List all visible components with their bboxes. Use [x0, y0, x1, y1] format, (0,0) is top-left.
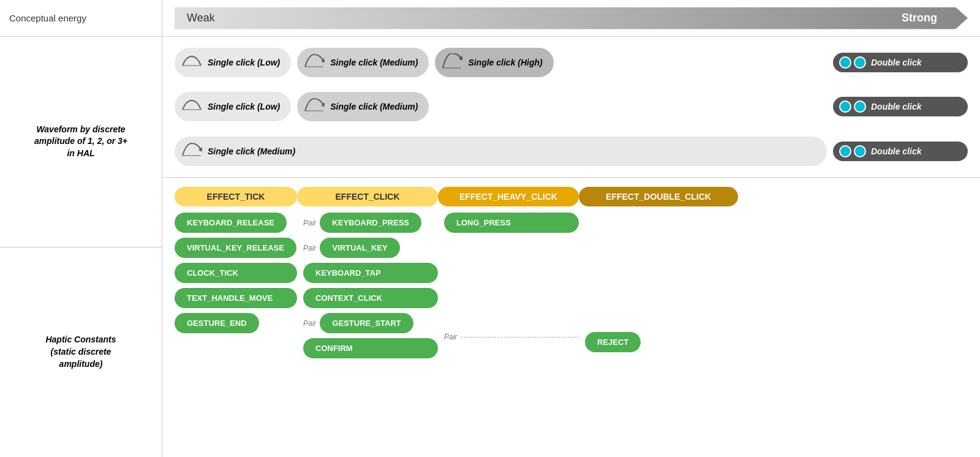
double-click-label-2: Double click [871, 102, 921, 111]
keyboard-release-row: KEYBOARD_RELEASE [175, 213, 297, 233]
haptic-section: EFFECT_TICK EFFECT_CLICK EFFECT_HEAVY_CL… [162, 178, 980, 457]
dot-3-right [854, 145, 866, 157]
single-click-low-label-1: Single click (Low) [208, 58, 280, 67]
waveform-row-2: Single click (Low) Single click (Medium) [175, 87, 968, 126]
effect-tick-cell: EFFECT_TICK [175, 187, 297, 206]
effect-heavy-label[interactable]: EFFECT_HEAVY_CLICK [438, 187, 579, 206]
single-click-medium-label-3: Single click (Medium) [208, 146, 295, 156]
virtual-key-row: Pair VIRTUAL_KEY [303, 238, 438, 258]
spacer-1 [444, 238, 579, 243]
dot-1-right [854, 56, 866, 69]
energy-bar-row: Weak Strong [162, 0, 980, 37]
effect-click-cell: EFFECT_CLICK [297, 187, 438, 206]
double-click-pill-2[interactable]: Double click [833, 97, 968, 116]
haptic-col-1: KEYBOARD_RELEASE VIRTUAL_KEY_RELEASE CLO… [175, 213, 297, 333]
main-container: Conceptual energy Waveform by discrete a… [0, 0, 980, 457]
waveform-label: Waveform by discrete amplitude of 1, 2, … [34, 124, 127, 160]
single-click-low-2[interactable]: Single click (Low) [175, 92, 291, 121]
effect-heavy-cell: EFFECT_HEAVY_CLICK [438, 187, 579, 206]
effect-double-cell: EFFECT_DOUBLE_CLICK [579, 187, 738, 206]
confirm-btn[interactable]: CONFIRM [303, 338, 438, 358]
conceptual-energy-text: Conceptual energy [9, 13, 86, 23]
haptic-col-4: REJECT [579, 213, 738, 352]
waveform-row-1: Single click (Low) Single click (Medium) [175, 43, 968, 82]
medium-wave-icon-2 [303, 96, 325, 118]
keyboard-press-row: Pair KEYBOARD_PRESS [303, 213, 438, 233]
single-click-low-1[interactable]: Single click (Low) [175, 48, 291, 77]
energy-weak-label: Weak [187, 12, 215, 25]
energy-arrow: Weak Strong [175, 7, 968, 29]
double-click-label-3: Double click [871, 146, 921, 156]
effect-double-label[interactable]: EFFECT_DOUBLE_CLICK [579, 187, 738, 206]
confirm-dashed-line [461, 337, 579, 338]
long-press-btn[interactable]: LONG_PRESS [444, 213, 579, 233]
haptic-col-3: LONG_PRESS Pair [438, 213, 579, 341]
single-click-medium-3-large[interactable]: Single click (Medium) [175, 137, 827, 166]
gesture-start-btn[interactable]: GESTURE_START [320, 313, 413, 333]
reject-btn[interactable]: REJECT [585, 332, 641, 352]
clock-tick-btn[interactable]: CLOCK_TICK [175, 263, 297, 283]
context-click-btn[interactable]: CONTEXT_CLICK [303, 288, 438, 308]
low-wave-icon-2 [181, 96, 203, 118]
haptic-label-cell: Haptic Constants (static discrete amplit… [0, 247, 162, 458]
dot-2-left [839, 100, 851, 113]
energy-strong-label: Strong [902, 12, 956, 25]
high-wave-icon-1 [441, 51, 463, 74]
single-click-medium-label-2: Single click (Medium) [330, 102, 418, 111]
conceptual-energy-label: Conceptual energy [0, 0, 162, 37]
single-click-high-label-1: Single click (High) [468, 58, 542, 67]
haptic-label: Haptic Constants (static discrete amplit… [45, 334, 116, 370]
dot-2-right [854, 100, 866, 113]
spacer-2 [444, 247, 579, 270]
single-click-medium-label-1: Single click (Medium) [330, 58, 418, 67]
double-dots-2 [839, 100, 866, 113]
reject-wrapper: REJECT [585, 332, 738, 352]
medium-wave-icon-1 [303, 51, 325, 74]
keyboard-press-btn[interactable]: KEYBOARD_PRESS [320, 213, 421, 233]
keyboard-tap-btn[interactable]: KEYBOARD_TAP [303, 263, 438, 283]
virtual-key-btn[interactable]: VIRTUAL_KEY [320, 238, 399, 258]
haptic-buttons-grid: KEYBOARD_RELEASE VIRTUAL_KEY_RELEASE CLO… [175, 213, 968, 448]
pair-label-keyboard: Pair [303, 219, 316, 227]
double-click-label-1: Double click [871, 58, 921, 67]
gesture-end-row: GESTURE_END [175, 313, 297, 333]
low-wave-icon-1 [181, 51, 203, 74]
double-dots-1 [839, 56, 866, 69]
pair-label-virtual: Pair [303, 244, 316, 252]
waveform-label-cell: Waveform by discrete amplitude of 1, 2, … [0, 37, 162, 247]
effect-click-label[interactable]: EFFECT_CLICK [297, 187, 438, 206]
dot-3-left [839, 145, 851, 157]
right-column: Weak Strong Single click (Low) [162, 0, 980, 457]
haptic-col-2: Pair KEYBOARD_PRESS Pair VIRTUAL_KEY KEY… [297, 213, 438, 358]
spacer-3 [444, 275, 579, 298]
pair-label-gesture: Pair [303, 319, 316, 328]
waveform-section: Single click (Low) Single click (Medium) [162, 37, 980, 178]
waveform-row-3: Single click (Medium) Double click [175, 132, 968, 171]
double-dots-3 [839, 145, 866, 157]
spacer-4 [444, 303, 579, 325]
gesture-start-row: Pair GESTURE_START [303, 313, 438, 333]
double-click-pill-3[interactable]: Double click [833, 142, 968, 161]
left-column: Conceptual energy Waveform by discrete a… [0, 0, 162, 457]
single-click-medium-1[interactable]: Single click (Medium) [297, 48, 429, 77]
single-click-high-1[interactable]: Single click (High) [435, 48, 553, 77]
single-click-medium-2[interactable]: Single click (Medium) [297, 92, 429, 121]
effect-labels-row: EFFECT_TICK EFFECT_CLICK EFFECT_HEAVY_CL… [175, 187, 968, 206]
confirm-pair-row: Pair [444, 333, 579, 341]
double-click-pill-1[interactable]: Double click [833, 53, 968, 72]
medium-wave-icon-3 [181, 140, 203, 162]
virtual-key-release-btn[interactable]: VIRTUAL_KEY_RELEASE [175, 238, 296, 258]
keyboard-release-btn[interactable]: KEYBOARD_RELEASE [175, 213, 287, 233]
effect-tick-label[interactable]: EFFECT_TICK [175, 187, 297, 206]
text-handle-move-btn[interactable]: TEXT_HANDLE_MOVE [175, 288, 297, 308]
dot-1-left [839, 56, 851, 69]
gesture-end-btn[interactable]: GESTURE_END [175, 313, 259, 333]
single-click-low-label-2: Single click (Low) [208, 102, 280, 111]
pair-label-confirm: Pair [444, 333, 457, 341]
virtual-key-release-row: VIRTUAL_KEY_RELEASE [175, 238, 297, 258]
